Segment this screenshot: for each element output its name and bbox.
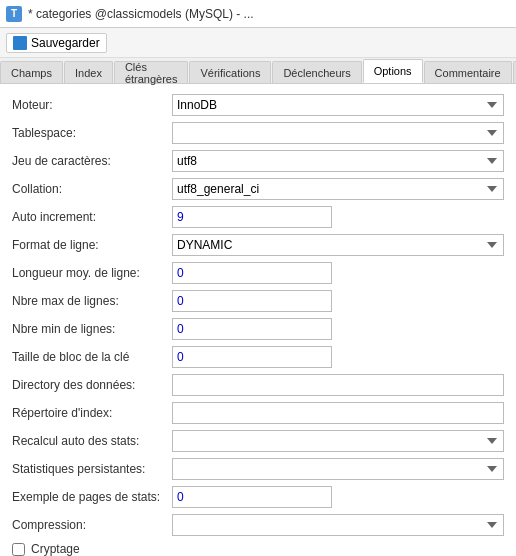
persistent-stats-select[interactable]	[172, 458, 504, 480]
charset-select[interactable]: utf8 latin1 utf8mb4	[172, 150, 504, 172]
avg-row-length-input[interactable]	[172, 262, 332, 284]
charset-row: Jeu de caractères: utf8 latin1 utf8mb4	[12, 150, 504, 172]
auto-increment-label: Auto increment:	[12, 210, 172, 224]
tablespace-row: Tablespace:	[12, 122, 504, 144]
stats-auto-recalc-label: Recalcul auto des stats:	[12, 434, 172, 448]
moteur-select[interactable]: InnoDB MyISAM MEMORY	[172, 94, 504, 116]
min-rows-label: Nbre min de lignes:	[12, 322, 172, 336]
persistent-stats-row: Statistiques persistantes:	[12, 458, 504, 480]
avg-row-length-label: Longueur moy. de ligne:	[12, 266, 172, 280]
stats-sample-pages-input[interactable]	[172, 486, 332, 508]
cryptage-label: Cryptage	[31, 542, 80, 556]
tab-verifications[interactable]: Vérifications	[189, 61, 271, 83]
tab-index[interactable]: Index	[64, 61, 113, 83]
tablespace-select[interactable]	[172, 122, 504, 144]
tab-commentaire[interactable]: Commentaire	[424, 61, 512, 83]
tablespace-label: Tablespace:	[12, 126, 172, 140]
max-rows-input[interactable]	[172, 290, 332, 312]
max-rows-label: Nbre max de lignes:	[12, 294, 172, 308]
charset-label: Jeu de caractères:	[12, 154, 172, 168]
row-format-row: Format de ligne: DYNAMIC COMPACT COMPRES…	[12, 234, 504, 256]
content-area: Moteur: InnoDB MyISAM MEMORY Tablespace:…	[0, 84, 516, 556]
data-dir-input[interactable]	[172, 374, 504, 396]
tab-cles-etrangeres[interactable]: Clés étrangères	[114, 61, 189, 83]
save-icon	[13, 36, 27, 50]
tab-options[interactable]: Options	[363, 59, 423, 83]
max-rows-row: Nbre max de lignes:	[12, 290, 504, 312]
tab-ap[interactable]: Ap	[513, 61, 516, 83]
moteur-row: Moteur: InnoDB MyISAM MEMORY	[12, 94, 504, 116]
row-format-label: Format de ligne:	[12, 238, 172, 252]
stats-sample-pages-row: Exemple de pages de stats:	[12, 486, 504, 508]
auto-increment-input[interactable]	[172, 206, 332, 228]
row-format-select[interactable]: DYNAMIC COMPACT COMPRESSED REDUNDANT	[172, 234, 504, 256]
compression-row: Compression:	[12, 514, 504, 536]
min-rows-row: Nbre min de lignes:	[12, 318, 504, 340]
app-icon: T	[6, 6, 22, 22]
collation-select[interactable]: utf8_general_ci utf8_unicode_ci	[172, 178, 504, 200]
auto-increment-row: Auto increment:	[12, 206, 504, 228]
key-block-size-input[interactable]	[172, 346, 332, 368]
key-block-size-row: Taille de bloc de la clé	[12, 346, 504, 368]
compression-label: Compression:	[12, 518, 172, 532]
save-label: Sauvegarder	[31, 36, 100, 50]
avg-row-length-row: Longueur moy. de ligne:	[12, 262, 504, 284]
min-rows-input[interactable]	[172, 318, 332, 340]
index-dir-input[interactable]	[172, 402, 504, 424]
cryptage-row: Cryptage	[12, 542, 504, 556]
title-bar-text: * categories @classicmodels (MySQL) - ..…	[28, 7, 254, 21]
stats-sample-pages-label: Exemple de pages de stats:	[12, 490, 172, 504]
collation-row: Collation: utf8_general_ci utf8_unicode_…	[12, 178, 504, 200]
toolbar: Sauvegarder	[0, 28, 516, 58]
collation-label: Collation:	[12, 182, 172, 196]
moteur-label: Moteur:	[12, 98, 172, 112]
data-dir-label: Directory des données:	[12, 378, 172, 392]
tab-declencheurs[interactable]: Déclencheurs	[272, 61, 361, 83]
stats-auto-recalc-select[interactable]	[172, 430, 504, 452]
title-bar: T * categories @classicmodels (MySQL) - …	[0, 0, 516, 28]
index-dir-label: Répertoire d'index:	[12, 406, 172, 420]
tab-champs[interactable]: Champs	[0, 61, 63, 83]
cryptage-checkbox[interactable]	[12, 543, 25, 556]
compression-select[interactable]	[172, 514, 504, 536]
stats-auto-recalc-row: Recalcul auto des stats:	[12, 430, 504, 452]
persistent-stats-label: Statistiques persistantes:	[12, 462, 172, 476]
tabs-bar: Champs Index Clés étrangères Vérificatio…	[0, 58, 516, 84]
index-dir-row: Répertoire d'index:	[12, 402, 504, 424]
save-button[interactable]: Sauvegarder	[6, 33, 107, 53]
data-dir-row: Directory des données:	[12, 374, 504, 396]
key-block-size-label: Taille de bloc de la clé	[12, 350, 172, 364]
